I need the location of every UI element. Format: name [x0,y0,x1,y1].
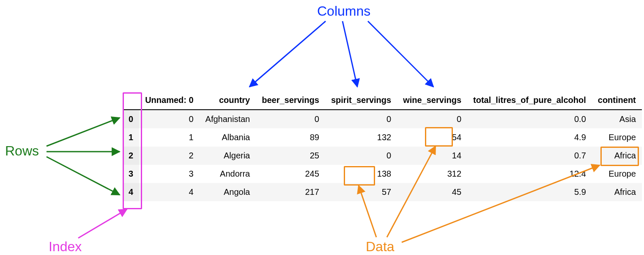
data-cell: 312 [397,165,467,183]
data-cell: 89 [256,128,325,147]
data-label: Data [366,239,395,255]
data-cell: 245 [256,165,325,183]
data-cell: 1 [139,128,199,147]
data-cell: 2 [139,147,199,165]
data-cell: 25 [256,147,325,165]
index-cell: 3 [123,165,139,183]
col-header: spirit_servings [325,91,397,110]
data-cell: 45 [397,183,467,201]
data-cell: 0.7 [467,147,592,165]
data-cell: Albania [200,128,256,147]
data-cell: 217 [256,183,325,201]
col-header: country [200,91,256,110]
columns-arrows [249,21,433,87]
data-cell: Europe [592,165,642,183]
svg-line-2 [368,21,433,87]
diagram-canvas: Columns Rows Index Data Unnamed: 0 count… [0,0,644,255]
data-cell: Angola [200,183,256,201]
data-cell: 132 [325,128,397,147]
data-cell: 138 [325,165,397,183]
data-cell: 0.0 [467,110,592,128]
header-row: Unnamed: 0 country beer_servings spirit_… [123,91,642,110]
data-cell: 4.9 [467,128,592,147]
data-cell: 0 [325,110,397,128]
svg-line-1 [343,21,357,87]
rows-arrows [47,118,120,195]
index-header [123,91,139,110]
svg-line-0 [249,21,326,87]
col-header: Unnamed: 0 [139,91,199,110]
columns-label: Columns [317,3,370,19]
index-cell: 4 [123,183,139,201]
svg-line-6 [78,209,127,238]
table-row: 1 1 Albania 89 132 54 4.9 Europe [123,128,642,147]
data-cell: 0 [397,110,467,128]
data-cell: Europe [592,128,642,147]
index-label: Index [49,239,82,255]
svg-line-3 [47,118,120,146]
data-cell: Africa [592,147,642,165]
data-cell: 4 [139,183,199,201]
data-cell: 0 [256,110,325,128]
table-row: 3 3 Andorra 245 138 312 12.4 Europe [123,165,642,183]
index-arrow [78,209,127,238]
svg-line-5 [47,157,120,195]
col-header: continent [592,91,642,110]
data-cell: Algeria [200,147,256,165]
data-cell: Asia [592,110,642,128]
data-cell: 5.9 [467,183,592,201]
data-cell: Afghanistan [200,110,256,128]
index-cell: 2 [123,147,139,165]
data-cell: 12.4 [467,165,592,183]
dataframe-table: Unnamed: 0 country beer_servings spirit_… [123,91,642,201]
index-cell: 1 [123,128,139,147]
data-cell: Andorra [200,165,256,183]
rows-label: Rows [5,143,39,159]
data-cell: 3 [139,165,199,183]
data-cell: 14 [397,147,467,165]
table-row: 2 2 Algeria 25 0 14 0.7 Africa [123,147,642,165]
table-row: 0 0 Afghanistan 0 0 0 0.0 Asia [123,110,642,128]
data-cell: 54 [397,128,467,147]
table-row: 4 4 Angola 217 57 45 5.9 Africa [123,183,642,201]
data-cell: 0 [139,110,199,128]
col-header: total_litres_of_pure_alcohol [467,91,592,110]
col-header: beer_servings [256,91,325,110]
data-cell: Africa [592,183,642,201]
data-cell: 57 [325,183,397,201]
data-cell: 0 [325,147,397,165]
index-cell: 0 [123,110,139,128]
col-header: wine_servings [397,91,467,110]
